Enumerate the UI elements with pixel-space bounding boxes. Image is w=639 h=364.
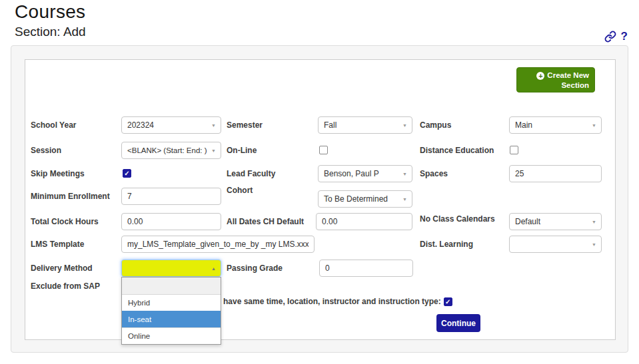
no-class-calendars-select[interactable]: Default ▼ (509, 213, 602, 230)
delivery-method-dropdown-list: Hybrid In-seat Online (121, 277, 221, 345)
all-dates-ch-default-input[interactable] (316, 213, 412, 230)
delivery-method-label: Delivery Method (31, 260, 93, 277)
chevron-down-icon: ▼ (402, 197, 407, 202)
chevron-down-icon: ▼ (211, 148, 216, 153)
exclude-from-sap-label: Exclude from SAP (31, 277, 100, 295)
create-new-section-button[interactable]: + Create New Section (516, 67, 595, 92)
form-card: + Create New Section School Year 202324 … (25, 59, 616, 340)
dist-learning-label: Dist. Learning (420, 236, 473, 253)
distance-education-label: Distance Education (420, 142, 494, 159)
online-checkbox[interactable] (319, 146, 328, 154)
chevron-down-icon: ▼ (592, 123, 596, 128)
online-label: On-Line (227, 142, 257, 159)
all-dates-ch-default-label: All Dates CH Default (227, 213, 304, 230)
same-time-checkbox[interactable] (444, 297, 452, 306)
continue-button[interactable]: Continue (436, 314, 480, 332)
courses-section-add-page: Courses Section: Add ? + Create New Sect… (0, 0, 639, 364)
lead-faculty-value: Benson, Paul P (324, 169, 379, 178)
lms-template-input[interactable] (121, 236, 315, 253)
semester-select[interactable]: Fall ▼ (318, 116, 412, 134)
skip-meetings-checkbox[interactable] (123, 169, 131, 178)
session-select[interactable]: <BLANK> (Start: End: ) ▼ (121, 142, 221, 159)
delivery-method-select[interactable]: ▲ (121, 260, 221, 277)
minimum-enrollment-label: Minimum Enrollment (31, 188, 110, 205)
cohort-value: To Be Determined (324, 194, 388, 204)
school-year-value: 202324 (127, 120, 154, 130)
chevron-down-icon: ▼ (402, 172, 407, 176)
page-subtitle: Section: Add (15, 25, 86, 39)
dist-learning-select[interactable]: ▼ (509, 236, 602, 253)
dropdown-option-hybrid[interactable]: Hybrid (122, 294, 221, 311)
lead-faculty-select[interactable]: Benson, Paul P ▼ (318, 165, 412, 182)
campus-select[interactable]: Main ▼ (509, 116, 602, 134)
spaces-input[interactable] (509, 165, 602, 182)
dropdown-option-blank[interactable] (122, 277, 221, 294)
help-icon[interactable]: ? (621, 31, 628, 43)
chevron-up-icon: ▲ (211, 266, 216, 271)
create-button-line1: Create New (547, 71, 589, 81)
spaces-label: Spaces (420, 165, 448, 182)
page-title: Courses (15, 1, 85, 23)
chevron-down-icon: ▼ (402, 123, 407, 128)
form-panel: + Create New Section School Year 202324 … (11, 45, 628, 353)
dropdown-option-in-seat[interactable]: In-seat (122, 311, 221, 327)
school-year-select[interactable]: 202324 ▼ (121, 116, 221, 134)
cohort-label: Cohort (227, 186, 253, 195)
semester-value: Fall (324, 120, 336, 130)
total-clock-hours-input[interactable] (121, 213, 221, 230)
dropdown-option-online[interactable]: Online (122, 327, 221, 344)
distance-education-checkbox[interactable] (510, 146, 518, 154)
passing-grade-label: Passing Grade (227, 260, 283, 277)
create-button-line2: Section (561, 81, 589, 89)
session-label: Session (31, 142, 61, 159)
campus-label: Campus (420, 116, 451, 134)
lead-faculty-label: Lead Faculty (227, 165, 275, 182)
header-icons: ? (604, 31, 628, 43)
no-class-calendars-value: Default (515, 217, 540, 226)
same-time-note-text: have same time, location, instructor and… (223, 297, 441, 306)
total-clock-hours-label: Total Clock Hours (31, 213, 99, 230)
no-class-calendars-label: No Class Calendars (420, 210, 495, 228)
cohort-select[interactable]: To Be Determined ▼ (318, 190, 412, 208)
skip-meetings-label: Skip Meetings (31, 165, 85, 182)
session-value: <BLANK> (Start: End: ) (127, 146, 207, 154)
passing-grade-input[interactable] (319, 260, 413, 277)
chevron-down-icon: ▼ (592, 242, 596, 247)
campus-value: Main (515, 120, 532, 130)
school-year-label: School Year (31, 116, 76, 134)
plus-icon: + (536, 72, 544, 80)
link-icon[interactable] (604, 31, 616, 43)
semester-label: Semester (227, 116, 263, 134)
chevron-down-icon: ▼ (211, 123, 216, 128)
minimum-enrollment-input[interactable] (121, 188, 221, 205)
same-time-note: have same time, location, instructor and… (223, 297, 452, 306)
lms-template-label: LMS Template (31, 236, 84, 253)
chevron-down-icon: ▼ (592, 220, 596, 224)
